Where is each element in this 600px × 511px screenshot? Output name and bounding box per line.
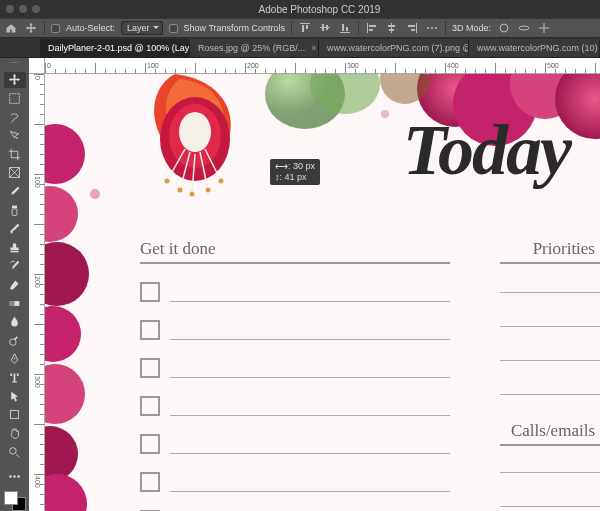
- ruler-origin[interactable]: [29, 58, 45, 74]
- show-transform-checkbox[interactable]: [169, 24, 178, 33]
- move-tool-preset-icon[interactable]: [24, 21, 38, 35]
- svg-point-24: [16, 137, 18, 139]
- align-vcenter-icon[interactable]: [318, 21, 332, 35]
- task-line: [170, 415, 450, 416]
- more-align-icon[interactable]: [425, 21, 439, 35]
- blur-tool[interactable]: [4, 313, 26, 330]
- task-line: [170, 377, 450, 378]
- panel-grip-icon[interactable]: [6, 62, 24, 68]
- auto-select-checkbox[interactable]: [51, 24, 60, 33]
- svg-point-20: [435, 27, 437, 29]
- fg-swatch[interactable]: [4, 491, 18, 505]
- priority-line: [500, 326, 600, 327]
- svg-rect-16: [408, 25, 415, 27]
- align-bottom-icon[interactable]: [338, 21, 352, 35]
- checkbox-icon: [140, 358, 160, 378]
- auto-select-dropdown[interactable]: Layer: [121, 21, 163, 35]
- svg-rect-14: [389, 29, 394, 31]
- transform-tooltip: ⟷: 30 px ↕: 41 px: [270, 159, 320, 185]
- svg-point-33: [14, 358, 16, 360]
- app-title: Adobe Photoshop CC 2019: [45, 4, 594, 15]
- planner-content: Today Get it done Priorities Calls/email…: [45, 74, 600, 511]
- marquee-tool[interactable]: [4, 90, 26, 107]
- crop-tool[interactable]: [4, 146, 26, 163]
- edit-toolbar-icon[interactable]: [4, 468, 26, 485]
- history-brush-tool[interactable]: [4, 258, 26, 275]
- checkbox-icon: [140, 282, 160, 302]
- svg-rect-3: [320, 27, 330, 28]
- zoom-tool[interactable]: [4, 444, 26, 461]
- dodge-tool[interactable]: [4, 332, 26, 349]
- svg-point-18: [427, 27, 429, 29]
- minimize-window-dot[interactable]: [19, 5, 27, 13]
- 3d-orbit-icon[interactable]: [497, 21, 511, 35]
- ruler-horizontal[interactable]: 0100200300400500: [45, 58, 600, 74]
- stamp-tool[interactable]: [4, 239, 26, 256]
- svg-rect-30: [10, 301, 15, 306]
- svg-rect-13: [388, 25, 395, 27]
- eraser-tool[interactable]: [4, 276, 26, 293]
- tab-dailyplanner[interactable]: DailyPlaner-2-01.psd @ 100% (Layer 3, RG…: [40, 39, 190, 57]
- auto-select-label: Auto-Select:: [66, 23, 115, 33]
- checkbox-icon: [140, 320, 160, 340]
- zoom-window-dot[interactable]: [32, 5, 40, 13]
- calls-line: [500, 472, 600, 473]
- close-icon[interactable]: ×: [311, 43, 316, 53]
- close-window-dot[interactable]: [6, 5, 14, 13]
- move-tool[interactable]: [4, 72, 26, 89]
- priority-line: [500, 360, 600, 361]
- svg-rect-28: [10, 251, 18, 253]
- svg-point-38: [17, 475, 19, 477]
- svg-rect-26: [12, 205, 17, 207]
- task-row: [140, 434, 450, 454]
- svg-point-36: [9, 475, 11, 477]
- svg-rect-23: [10, 94, 20, 104]
- calls-line: [500, 506, 600, 507]
- svg-point-21: [500, 24, 508, 32]
- svg-rect-5: [326, 25, 328, 30]
- svg-rect-6: [340, 32, 350, 33]
- pen-tool[interactable]: [4, 351, 26, 368]
- canvas-wrapper: 0100200300400500 0100200300400: [29, 58, 600, 511]
- tab-watercolor10[interactable]: www.watercolorPNG.com (10): [469, 39, 600, 57]
- lasso-tool[interactable]: [4, 109, 26, 126]
- task-line: [170, 491, 450, 492]
- color-swatches[interactable]: [4, 491, 26, 511]
- brush-tool[interactable]: [4, 220, 26, 237]
- section-priorities: Priorities: [533, 239, 595, 259]
- tab-watercolor7[interactable]: www.watercolorPNG.com (7).png @ 25% (Lay…: [319, 39, 469, 57]
- task-row: [140, 320, 450, 340]
- divider: [140, 262, 450, 264]
- align-left-icon[interactable]: [365, 21, 379, 35]
- traffic-lights[interactable]: [6, 5, 40, 13]
- 3d-roll-icon[interactable]: [517, 21, 531, 35]
- quick-select-tool[interactable]: [4, 127, 26, 144]
- align-hcenter-icon[interactable]: [385, 21, 399, 35]
- home-icon[interactable]: [4, 21, 18, 35]
- gradient-tool[interactable]: [4, 295, 26, 312]
- shape-tool[interactable]: [4, 407, 26, 424]
- document-canvas[interactable]: Today Get it done Priorities Calls/email…: [45, 74, 600, 511]
- svg-rect-8: [346, 27, 348, 31]
- options-bar: Auto-Select: Layer Show Transform Contro…: [0, 18, 600, 38]
- frame-tool[interactable]: [4, 165, 26, 182]
- eyedropper-tool[interactable]: [4, 183, 26, 200]
- svg-rect-7: [342, 24, 344, 31]
- checkbox-icon: [140, 434, 160, 454]
- type-tool[interactable]: [4, 369, 26, 386]
- task-row: [140, 282, 450, 302]
- svg-rect-17: [411, 29, 415, 31]
- task-row: [140, 358, 450, 378]
- align-top-icon[interactable]: [298, 21, 312, 35]
- tab-roses[interactable]: Roses.jpg @ 25% (RGB/...×: [190, 39, 319, 57]
- svg-point-19: [431, 27, 433, 29]
- 3d-pan-icon[interactable]: [537, 21, 551, 35]
- task-row: [140, 396, 450, 416]
- ruler-vertical[interactable]: 0100200300400: [29, 74, 45, 511]
- align-right-icon[interactable]: [405, 21, 419, 35]
- svg-rect-11: [369, 29, 373, 31]
- healing-tool[interactable]: [4, 202, 26, 219]
- hand-tool[interactable]: [4, 425, 26, 442]
- svg-point-35: [10, 447, 17, 454]
- path-select-tool[interactable]: [4, 388, 26, 405]
